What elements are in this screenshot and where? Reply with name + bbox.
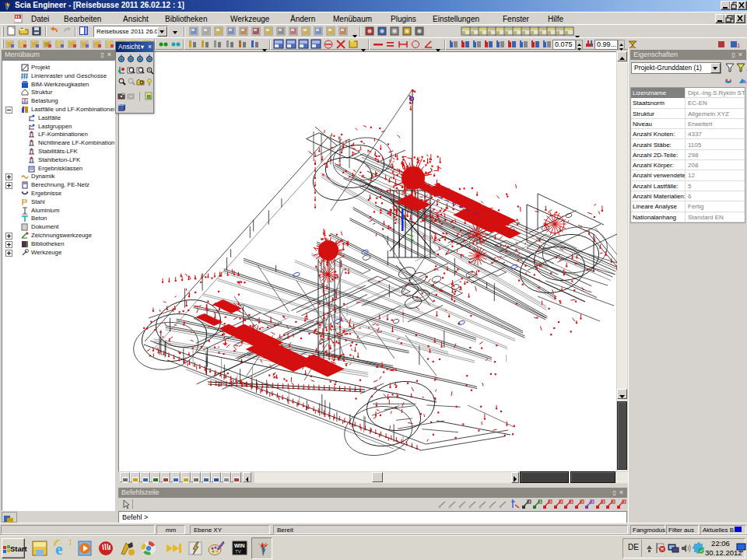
svg-text:TV: TV: [235, 549, 241, 554]
svg-text:WIN: WIN: [234, 543, 245, 548]
svg-text:B: B: [147, 93, 152, 100]
